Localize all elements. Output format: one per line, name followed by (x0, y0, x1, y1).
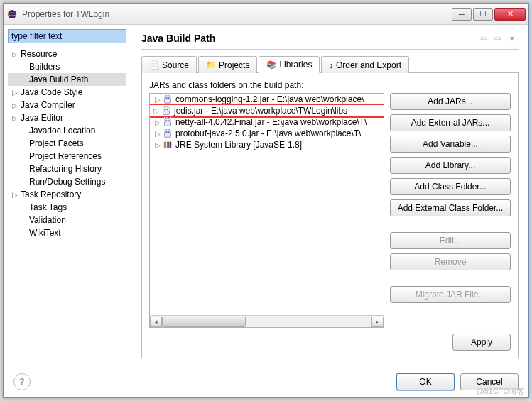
filter-input[interactable] (8, 29, 126, 43)
tree-item-label: Task Tags (29, 202, 67, 212)
tree-item[interactable]: Java Build Path (8, 73, 126, 86)
expand-icon[interactable]: ▷ (151, 107, 161, 115)
library-icon (163, 140, 173, 150)
add-class-folder-button[interactable]: Add Class Folder... (390, 178, 511, 195)
tree-item-label: Run/Debug Settings (29, 177, 105, 187)
svg-point-0 (8, 10, 16, 18)
expand-icon[interactable]: ▷ (153, 96, 163, 104)
tab-icon: ↕ (329, 61, 333, 70)
apply-button[interactable]: Apply (452, 334, 511, 351)
titlebar[interactable]: Properties for TWLogin ─ ☐ ✕ (4, 4, 528, 25)
tab-libraries[interactable]: 📚Libraries (259, 56, 320, 73)
scroll-left-icon[interactable]: ◂ (150, 317, 162, 327)
svg-text:010: 010 (163, 117, 173, 123)
libraries-description: JARs and class folders on the build path… (149, 80, 511, 90)
dialog-footer: ? OK Cancel (4, 366, 528, 397)
tab-source[interactable]: 📄Source (141, 56, 197, 73)
library-label: netty-all-4.0.42.Final.jar - E:\java web… (175, 117, 367, 127)
add-variable-button[interactable]: Add Variable... (390, 136, 511, 153)
tab-label: Libraries (279, 60, 312, 70)
expand-icon[interactable]: ▷ (9, 114, 21, 122)
horizontal-scrollbar[interactable]: ◂ ▸ (150, 315, 384, 327)
maximize-button[interactable]: ☐ (473, 8, 493, 21)
remove-button[interactable]: Remove (390, 253, 511, 270)
library-item[interactable]: ▷010commons-logging-1.2.jar - E:\java we… (150, 94, 384, 105)
back-icon[interactable]: ⇦ (477, 32, 490, 45)
tree-item-label: Java Editor (21, 113, 63, 123)
tree-item-label: Validation (29, 215, 66, 225)
jar-icon: 010 (163, 94, 173, 104)
tree-item[interactable]: ▷Java Editor (8, 111, 126, 124)
window-controls: ─ ☐ ✕ (452, 8, 526, 21)
tree-item[interactable]: Task Tags (8, 201, 126, 214)
forward-icon[interactable]: ⇨ (492, 32, 504, 45)
migrate-jar-button[interactable]: Migrate JAR File... (390, 286, 511, 303)
tree-item[interactable]: WikiText (8, 226, 126, 239)
tab-bar: 📄Source📁Projects📚Libraries↕Order and Exp… (141, 55, 519, 73)
library-label: commons-logging-1.2.jar - E:\java web\wo… (175, 94, 364, 104)
expand-icon[interactable]: ▷ (153, 141, 163, 149)
minimize-button[interactable]: ─ (452, 8, 472, 21)
jar-icon: 010 (161, 106, 171, 116)
close-button[interactable]: ✕ (494, 8, 526, 21)
library-item[interactable]: ▷010netty-all-4.0.42.Final.jar - E:\java… (150, 116, 384, 128)
properties-window: Properties for TWLogin ─ ☐ ✕ ▷ResourceBu… (3, 3, 529, 398)
tab-icon: 📁 (206, 60, 216, 70)
expand-icon[interactable]: ▷ (9, 50, 21, 58)
library-label: jedis.jar - E:\java web\workplace\TWLogi… (174, 106, 347, 116)
tree-item-label: Builders (29, 62, 60, 72)
expand-icon[interactable]: ▷ (153, 130, 163, 138)
expand-icon[interactable]: ▷ (153, 119, 163, 126)
scroll-right-icon[interactable]: ▸ (371, 317, 384, 327)
library-item[interactable]: ▷010jedis.jar - E:\java web\workplace\TW… (150, 104, 384, 118)
library-item[interactable]: ▷JRE System Library [JavaSE-1.8] (150, 139, 384, 150)
apply-row: Apply (149, 328, 511, 351)
tree-item-label: WikiText (29, 228, 61, 238)
preferences-tree[interactable]: ▷ResourceBuildersJava Build Path▷Java Co… (8, 48, 126, 361)
tree-item-label: Java Code Style (21, 87, 82, 97)
tree-item[interactable]: Project Facets (8, 137, 126, 150)
svg-text:010: 010 (161, 106, 171, 112)
add-library-button[interactable]: Add Library... (390, 157, 511, 174)
add-external-jars-button[interactable]: Add External JARs... (390, 114, 511, 131)
scroll-track[interactable] (162, 317, 371, 327)
button-column: Add JARs... Add External JARs... Add Var… (390, 93, 511, 328)
window-title: Properties for TWLogin (22, 9, 452, 19)
tab-icon: 📄 (149, 60, 159, 70)
expand-icon[interactable]: ▷ (9, 89, 21, 97)
tree-item[interactable]: ▷Resource (8, 48, 126, 60)
scroll-thumb[interactable] (162, 317, 246, 327)
left-panel: ▷ResourceBuildersJava Build Path▷Java Co… (4, 25, 131, 366)
libraries-list[interactable]: ▷010commons-logging-1.2.jar - E:\java we… (149, 93, 384, 328)
tree-item-label: Project References (29, 151, 102, 161)
tree-item[interactable]: ▷Task Repository (8, 188, 126, 201)
library-item[interactable]: ▷010protobuf-java-2.5.0.jar - E:\java we… (150, 128, 384, 139)
page-title: Java Build Path (141, 33, 476, 44)
expand-icon[interactable]: ▷ (9, 101, 21, 109)
tab-icon: 📚 (266, 60, 276, 70)
tree-item[interactable]: Refactoring History (8, 163, 126, 175)
add-external-class-folder-button[interactable]: Add External Class Folder... (390, 199, 511, 216)
tree-item[interactable]: ▷Java Code Style (8, 86, 126, 99)
expand-icon[interactable]: ▷ (9, 191, 21, 199)
tree-item[interactable]: ▷Java Compiler (8, 99, 126, 111)
svg-rect-14 (164, 142, 167, 148)
tree-item[interactable]: Javadoc Location (8, 124, 126, 137)
panel-body: ▷010commons-logging-1.2.jar - E:\java we… (149, 93, 511, 328)
libraries-tab-panel: JARs and class folders on the build path… (141, 73, 519, 358)
help-icon[interactable]: ? (13, 373, 31, 390)
tree-item-label: Refactoring History (29, 164, 102, 174)
tab-projects[interactable]: 📁Projects (198, 56, 257, 73)
tree-item[interactable]: Validation (8, 214, 126, 226)
tab-order-and-export[interactable]: ↕Order and Export (321, 56, 409, 73)
tree-item-label: Project Facets (29, 138, 84, 148)
tree-item[interactable]: Builders (8, 60, 126, 73)
edit-button[interactable]: Edit... (390, 232, 511, 249)
menu-icon[interactable]: ▾ (506, 32, 519, 45)
tree-item[interactable]: Project References (8, 150, 126, 163)
add-jars-button[interactable]: Add JARs... (390, 93, 511, 110)
ok-button[interactable]: OK (396, 373, 455, 390)
body: ▷ResourceBuildersJava Build Path▷Java Co… (4, 25, 528, 366)
library-label: protobuf-java-2.5.0.jar - E:\java web\wo… (175, 128, 361, 138)
tree-item[interactable]: Run/Debug Settings (8, 175, 126, 188)
